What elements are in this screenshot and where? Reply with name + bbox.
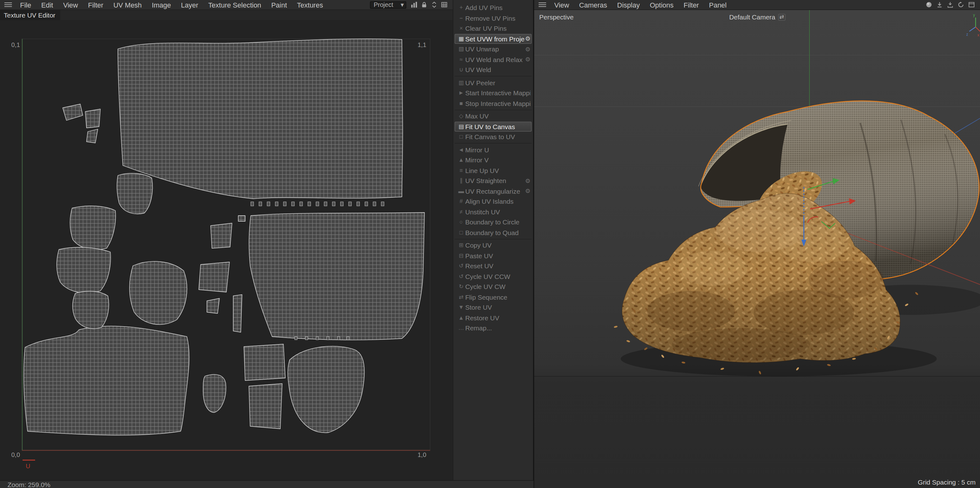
menu-item-boundary-to-quad[interactable]: □Boundary to Quad (453, 227, 533, 238)
app-window: File Edit View Filter UV Mesh Image Laye… (0, 0, 980, 488)
svg-text:x: x (977, 33, 979, 37)
menu-paint[interactable]: Paint (266, 1, 292, 8)
menu-item-fit-uv-to-canvas[interactable]: ▤Fit UV to Canvas (455, 121, 532, 132)
menu-item-add-uv-pins[interactable]: +Add UV Pins (453, 3, 533, 13)
gear-icon[interactable]: ⚙ (525, 56, 530, 63)
lock-icon[interactable] (421, 1, 428, 8)
u-axis-indicator: U (22, 460, 35, 469)
mirror-u-icon: ◄ (457, 147, 465, 153)
menu-item-fit-canvas-to-uv[interactable]: □Fit Canvas to UV (453, 132, 533, 142)
menu-item-cycle-uv-ccw[interactable]: ↺Cycle UV CCW (453, 271, 533, 281)
hamburger-menu-icon[interactable] (5, 2, 12, 7)
menu-separator (453, 238, 533, 240)
uv-canvas[interactable]: U 0,1 1,1 0,0 1,0 (0, 20, 453, 480)
viewport-3d-svg[interactable]: y z x (534, 10, 980, 488)
gear-icon[interactable]: ⚙ (525, 177, 530, 184)
uv-islands[interactable] (24, 39, 425, 436)
line-up-icon: ≡ (457, 167, 465, 174)
menu-view[interactable]: View (58, 1, 83, 8)
uv-editor-menubar: File Edit View Filter UV Mesh Image Laye… (0, 0, 453, 10)
menu-item-clear-uv-pins[interactable]: ×Clear UV Pins (453, 23, 533, 33)
menu-vp-view[interactable]: View (549, 1, 574, 8)
menu-item-boundary-to-circle[interactable]: ○Boundary to Circle (453, 217, 533, 227)
svg-text:z: z (966, 32, 968, 37)
menu-item-uv-rectangularize[interactable]: ▬UV Rectangularize⚙ (453, 186, 533, 196)
tab-texture-uv-editor[interactable]: Texture UV Editor (0, 10, 60, 21)
camera-label[interactable]: Default Camera ⇄ (729, 13, 786, 21)
menu-item-restore-uv[interactable]: ▲Restore UV (453, 313, 533, 323)
straighten-icon: ∥ (457, 178, 465, 184)
render-region-icon[interactable] (947, 1, 954, 8)
menu-item-paste-uv[interactable]: ⊟Paste UV (453, 250, 533, 261)
view-label[interactable]: Perspective (539, 13, 574, 21)
uv-canvas-svg[interactable]: U (0, 20, 453, 480)
svg-text:y: y (973, 13, 975, 17)
menu-vp-panel[interactable]: Panel (704, 1, 732, 8)
pin-clear-icon: × (457, 25, 465, 32)
menu-item-align-uv-islands[interactable]: #Align UV Islands (453, 196, 533, 207)
menu-item-start-interactive-mapping[interactable]: ►Start Interactive Mapping (453, 88, 533, 98)
menu-uv-mesh[interactable]: UV Mesh (108, 1, 147, 8)
menu-filter[interactable]: Filter (83, 1, 108, 8)
menu-item-mirror-v[interactable]: ▲Mirror V (453, 155, 533, 165)
menu-item-uv-weld[interactable]: ∪UV Weld (453, 65, 533, 75)
viewport-3d-scene[interactable]: y z x Perspective Default Camera ⇄ Grid … (534, 10, 980, 488)
weld-icon: ∪ (457, 67, 465, 73)
menu-item-set-uvw-from-projection[interactable]: ▦Set UVW from Projection⚙ (455, 33, 532, 44)
menu-item-remap[interactable]: …Remap... (453, 323, 533, 333)
quad-icon: □ (457, 229, 465, 236)
uv-corner-label-01: 0,1 (11, 41, 20, 48)
project-dropdown[interactable]: Project ▾ (370, 1, 406, 8)
pin-add-icon: + (457, 5, 465, 11)
menu-separator (453, 75, 533, 78)
peeler-icon: ▥ (457, 79, 465, 86)
gear-icon[interactable]: ⚙ (525, 46, 530, 52)
uv-editor-tabstrip: Texture UV Editor (0, 10, 453, 20)
grid-table-icon[interactable] (441, 1, 448, 8)
menu-item-uv-straighten[interactable]: ∥UV Straighten⚙ (453, 175, 533, 186)
store-icon: ▼ (457, 304, 465, 311)
menu-vp-filter[interactable]: Filter (679, 1, 704, 8)
paste-icon: ⊟ (457, 253, 465, 259)
chevron-down-icon: ▾ (401, 1, 404, 8)
menu-file[interactable]: File (15, 1, 36, 8)
render-history-icon[interactable] (958, 1, 964, 8)
histogram-icon[interactable] (411, 1, 418, 8)
swap-updown-icon[interactable] (431, 1, 438, 8)
menu-textures[interactable]: Textures (292, 1, 328, 8)
menu-separator (453, 108, 533, 111)
axis-hud[interactable]: y z x (966, 13, 980, 37)
gear-icon[interactable]: ⚙ (525, 35, 530, 42)
render-sphere-icon[interactable] (926, 1, 932, 8)
render-to-view-icon[interactable] (936, 1, 943, 8)
menu-item-remove-uv-pins[interactable]: −Remove UV Pins (453, 13, 533, 23)
menu-item-cycle-uv-cw[interactable]: ↻Cycle UV CW (453, 281, 533, 292)
menu-item-line-up-uv[interactable]: ≡Line Up UV (453, 165, 533, 175)
menu-image[interactable]: Image (147, 1, 176, 8)
hamburger-menu-icon[interactable] (539, 2, 546, 7)
uv-corner-label-00: 0,0 (11, 451, 20, 458)
rotate-cw-icon: ↻ (457, 284, 465, 290)
menu-item-max-uv[interactable]: ◇Max UV (453, 111, 533, 121)
gear-icon[interactable]: ⚙ (525, 188, 530, 195)
menu-item-reset-uv[interactable]: ↺Reset UV (453, 261, 533, 271)
menu-item-store-uv[interactable]: ▼Store UV (453, 302, 533, 313)
menu-vp-cameras[interactable]: Cameras (574, 1, 612, 8)
menu-item-uv-weld-and-relax[interactable]: ≈UV Weld and Relax⚙ (453, 54, 533, 65)
menu-vp-display[interactable]: Display (612, 1, 645, 8)
camera-swap-icon[interactable]: ⇄ (778, 13, 786, 21)
menu-item-stop-interactive-mapping[interactable]: ■Stop Interactive Mapping (453, 98, 533, 108)
uv-command-panel: +Add UV Pins −Remove UV Pins ×Clear UV P… (453, 0, 534, 480)
menu-vp-options[interactable]: Options (645, 1, 679, 8)
menu-item-mirror-u[interactable]: ◄Mirror U (453, 145, 533, 155)
menu-item-uv-unwrap[interactable]: ▧UV Unwrap⚙ (453, 44, 533, 54)
menu-item-copy-uv[interactable]: ⊞Copy UV (453, 240, 533, 250)
menu-item-uv-peeler[interactable]: ▥UV Peeler (453, 78, 533, 88)
menu-item-flip-sequence[interactable]: ⇄Flip Sequence (453, 292, 533, 302)
layout-icon[interactable] (968, 1, 975, 8)
menu-edit[interactable]: Edit (36, 1, 58, 8)
menu-texture-selection[interactable]: Texture Selection (203, 1, 266, 8)
menu-layer[interactable]: Layer (176, 1, 203, 8)
status-bar: Zoom: 259.0% (0, 480, 534, 488)
menu-item-unstitch-uv[interactable]: ≠Unstitch UV (453, 207, 533, 217)
